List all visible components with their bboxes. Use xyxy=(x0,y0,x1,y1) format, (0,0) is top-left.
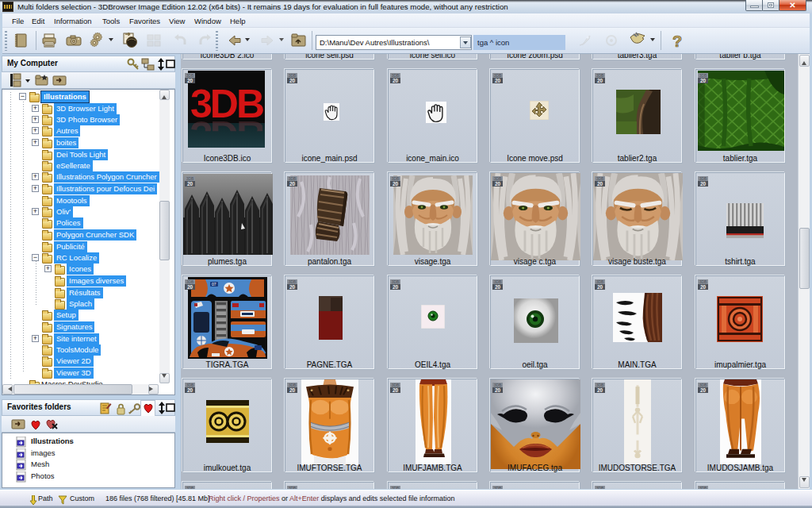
svg-text:07: 07 xyxy=(212,282,216,287)
svg-text:?: ? xyxy=(672,33,682,50)
